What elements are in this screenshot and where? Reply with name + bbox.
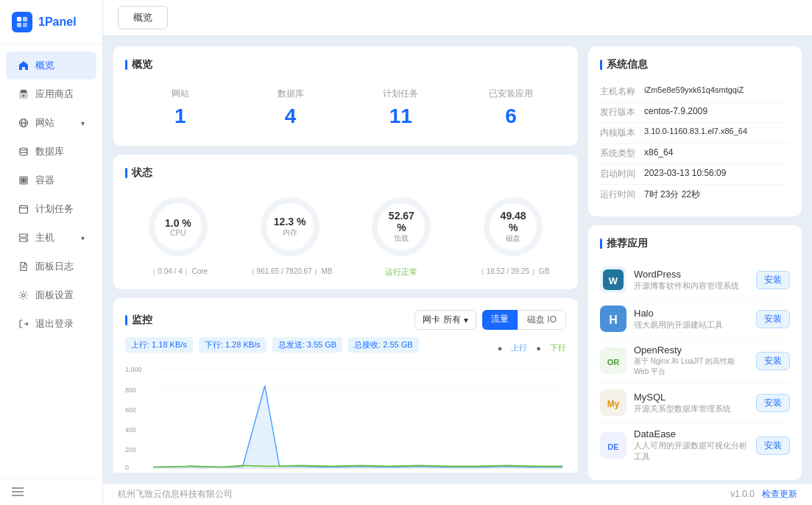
- gauges-grid: 1.0 % CPU （ 0.04 / 4 ）Core: [125, 190, 566, 278]
- svg-point-21: [26, 235, 27, 236]
- network-select[interactable]: 网卡 所有 ▾: [414, 310, 476, 330]
- app-item-wordpress: W WordPress 开源博客软件和内容管理系统 安装: [600, 261, 790, 300]
- monitor-card: 监控 网卡 所有 ▾ 流量 磁盘 IO: [113, 298, 578, 473]
- monitor-controls: 网卡 所有 ▾ 流量 磁盘 IO: [414, 310, 566, 330]
- app-info-dataease: DataEase 人人可用的开源数据可视化分析工具: [634, 428, 749, 462]
- app-info-halo: Halo 强大易用的开源建站工具: [634, 308, 749, 331]
- footer-check-update[interactable]: 检查更新: [762, 489, 797, 499]
- svg-rect-13: [21, 181, 24, 183]
- btn-flow[interactable]: 流量: [482, 310, 518, 330]
- stats-grid: 网站 1 数据库 4 计划任务 11 已安装应用: [125, 82, 566, 134]
- app-info-openresty: OpenResty 基于 Nginx 和 LuaJIT 的高性能 Web 平台: [634, 345, 749, 377]
- logo-icon: [12, 12, 32, 32]
- app-icon-halo: H: [600, 306, 626, 332]
- footer: 杭州飞致云信息科技有限公司 v1.0.0 检查更新: [103, 483, 812, 505]
- store-icon: [18, 88, 29, 100]
- hamburger-icon: [12, 487, 24, 496]
- svg-rect-58: [153, 467, 562, 468]
- info-row-boottime: 启动时间 2023-03-13 10:56:09: [600, 164, 790, 185]
- svg-text:200: 200: [125, 446, 136, 453]
- sysinfo-card: 系统信息 主机名称 iZm5e8e59yxk61q4smtgqiZ 发行版本 c…: [588, 46, 802, 216]
- monitor-title: 监控: [125, 314, 152, 327]
- stat-apps: 已安装应用 6: [456, 82, 566, 134]
- chevron-down-icon-host: ▾: [81, 234, 85, 242]
- status-title: 状态: [125, 166, 566, 180]
- chart-type-btngroup: 流量 磁盘 IO: [482, 310, 566, 330]
- server-icon: [18, 232, 29, 244]
- info-row-kernel: 内核版本 3.10.0-1160.83.1.el7.x86_64: [600, 123, 790, 144]
- btn-disk[interactable]: 磁盘 IO: [518, 310, 566, 330]
- gauge-memory: 12.3 % 内存 （ 961.65 / 7820.67 ）MB: [237, 190, 343, 278]
- svg-rect-3: [23, 23, 27, 27]
- footer-version: v1.0.0 检查更新: [730, 488, 797, 501]
- sidebar-item-database[interactable]: 数据库: [6, 138, 96, 166]
- svg-text:600: 600: [125, 406, 136, 414]
- chevron-down-icon-network: ▾: [464, 315, 468, 325]
- monitor-chart: 1,000 800 600 400 200 0 （KB/s）: [125, 363, 566, 473]
- info-row-uptime: 运行时间 7时 23分 22秒: [600, 185, 790, 205]
- sidebar-item-overview[interactable]: 概览: [6, 52, 96, 80]
- home-icon: [18, 60, 29, 71]
- breadcrumb-tab[interactable]: 概览: [118, 6, 168, 29]
- btn-install-openresty[interactable]: 安装: [756, 352, 790, 370]
- btn-install-halo[interactable]: 安装: [756, 310, 790, 328]
- svg-rect-0: [17, 17, 21, 21]
- app-item-openresty: OR OpenResty 基于 Nginx 和 LuaJIT 的高性能 Web …: [600, 339, 790, 384]
- svg-text:H: H: [609, 314, 618, 326]
- sysinfo-title: 系统信息: [600, 58, 790, 71]
- sys-info: 主机名称 iZm5e8e59yxk61q4smtgqiZ 发行版本 centos…: [600, 82, 790, 205]
- svg-text:My: My: [607, 399, 620, 409]
- calendar-icon: [18, 203, 29, 215]
- overview-title: 概览: [125, 58, 566, 71]
- sidebar-item-host[interactable]: 主机 ▾: [6, 224, 96, 252]
- globe-icon: [18, 117, 29, 129]
- app-icon-wordpress: W: [600, 266, 626, 293]
- svg-text:1,000: 1,000: [125, 366, 141, 373]
- app-info-wordpress: WordPress 开源博客软件和内容管理系统: [634, 269, 749, 292]
- svg-point-22: [26, 239, 27, 241]
- recommended-card: 推荐应用 W WordPress: [588, 225, 802, 480]
- info-row-hostname: 主机名称 iZm5e8e59yxk61q4smtgqiZ: [600, 82, 790, 102]
- sidebar-item-logout[interactable]: 退出登录: [6, 310, 96, 338]
- file-icon: [18, 261, 29, 272]
- svg-text:400: 400: [125, 426, 136, 434]
- sidebar-nav: 概览 应用商店: [0, 45, 102, 478]
- sidebar-item-settings[interactable]: 面板设置: [6, 281, 96, 309]
- stat-tasks: 计划任务 11: [346, 82, 456, 134]
- svg-text:W: W: [609, 275, 618, 286]
- status-card: 状态 1.0 % CPU: [113, 155, 578, 289]
- app-list: W WordPress 开源博客软件和内容管理系统 安装: [600, 261, 790, 468]
- app-icon-openresty: OR: [600, 347, 626, 374]
- svg-point-9: [20, 148, 27, 150]
- svg-rect-1: [23, 17, 27, 21]
- footer-company: 杭州飞致云信息科技有限公司: [118, 488, 233, 501]
- svg-rect-11: [21, 178, 24, 180]
- app-icon-dataease: DE: [600, 432, 626, 459]
- svg-point-25: [22, 294, 25, 297]
- svg-rect-12: [24, 178, 27, 180]
- btn-install-dataease[interactable]: 安装: [756, 437, 790, 455]
- gauge-load: 52.67 % 负载 运行正常: [349, 190, 455, 278]
- sidebar-item-container[interactable]: 容器: [6, 166, 96, 194]
- gear-icon: [18, 289, 29, 301]
- sidebar-item-website[interactable]: 网站 ▾: [6, 109, 96, 137]
- svg-rect-2: [17, 23, 21, 27]
- sidebar-item-panellog[interactable]: 面板日志: [6, 252, 96, 280]
- btn-install-mysql[interactable]: 安装: [756, 394, 790, 412]
- header: 概览: [103, 0, 812, 36]
- gauge-disk: 49.48 % 磁盘 （ 18.52 / 39.25 ）GB: [460, 190, 566, 278]
- logo: 1Panel: [0, 0, 102, 45]
- svg-point-5: [23, 95, 25, 97]
- sidebar-item-appstore[interactable]: 应用商店: [6, 80, 96, 108]
- svg-rect-15: [20, 206, 28, 213]
- app-icon-mysql: My: [600, 389, 626, 416]
- sidebar-item-task[interactable]: 计划任务: [6, 195, 96, 223]
- btn-install-wordpress[interactable]: 安装: [756, 271, 790, 289]
- svg-rect-14: [24, 181, 27, 183]
- overview-card: 概览 网站 1 数据库 4 计划任务 11: [113, 46, 578, 146]
- svg-text:800: 800: [125, 386, 136, 394]
- app-item-dataease: DE DataEase 人人可用的开源数据可视化分析工具 安装: [600, 423, 790, 468]
- info-row-arch: 系统类型 x86_64: [600, 144, 790, 164]
- sidebar-footer[interactable]: [0, 478, 102, 505]
- database-icon: [18, 146, 29, 158]
